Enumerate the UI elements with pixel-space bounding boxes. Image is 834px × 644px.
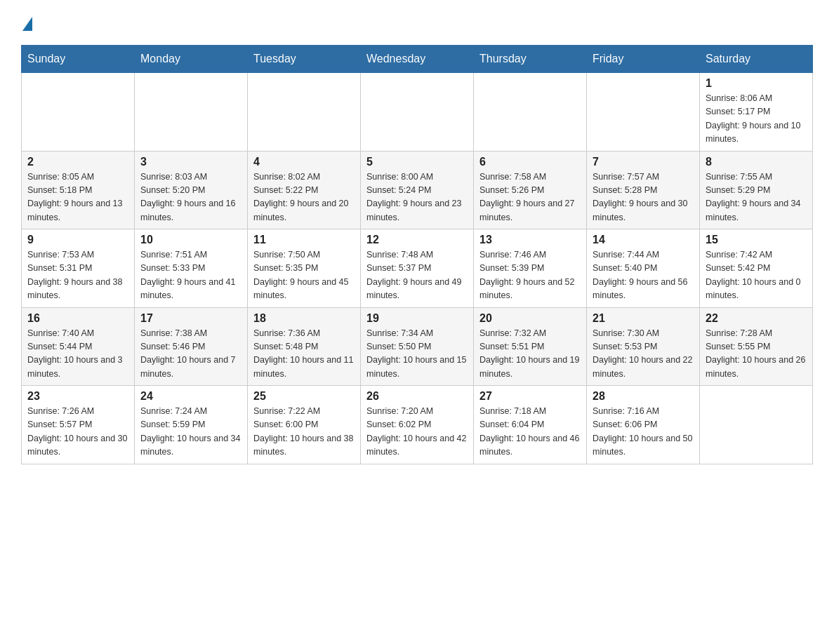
calendar-cell — [587, 73, 700, 152]
day-info: Sunrise: 7:42 AM Sunset: 5:42 PM Dayligh… — [706, 248, 807, 303]
day-number: 21 — [593, 312, 694, 325]
day-number: 27 — [479, 390, 581, 403]
day-info: Sunrise: 7:28 AM Sunset: 5:55 PM Dayligh… — [706, 327, 807, 382]
day-info: Sunrise: 7:30 AM Sunset: 5:53 PM Dayligh… — [593, 327, 694, 382]
calendar-cell: 8Sunrise: 7:55 AM Sunset: 5:29 PM Daylig… — [700, 151, 813, 229]
calendar-cell — [248, 73, 361, 152]
calendar-cell: 24Sunrise: 7:24 AM Sunset: 5:59 PM Dayli… — [135, 386, 248, 464]
day-number: 5 — [366, 156, 468, 168]
day-number: 18 — [253, 312, 355, 325]
day-number: 13 — [479, 234, 581, 246]
day-info: Sunrise: 7:51 AM Sunset: 5:33 PM Dayligh… — [140, 248, 241, 303]
calendar-cell: 1Sunrise: 8:06 AM Sunset: 5:17 PM Daylig… — [700, 73, 813, 152]
calendar-cell: 18Sunrise: 7:36 AM Sunset: 5:48 PM Dayli… — [248, 307, 361, 386]
calendar-cell: 20Sunrise: 7:32 AM Sunset: 5:51 PM Dayli… — [474, 307, 587, 386]
calendar-cell: 13Sunrise: 7:46 AM Sunset: 5:39 PM Dayli… — [474, 229, 587, 308]
day-number: 9 — [27, 234, 128, 246]
day-number: 3 — [140, 156, 241, 168]
day-info: Sunrise: 7:36 AM Sunset: 5:48 PM Dayligh… — [253, 327, 355, 382]
day-info: Sunrise: 7:32 AM Sunset: 5:51 PM Dayligh… — [479, 327, 581, 382]
calendar-cell — [474, 73, 587, 152]
day-info: Sunrise: 8:02 AM Sunset: 5:22 PM Dayligh… — [253, 170, 355, 225]
weekday-header-friday: Friday — [587, 46, 700, 73]
calendar-cell — [361, 73, 474, 152]
page-header — [21, 14, 813, 31]
calendar-cell: 7Sunrise: 7:57 AM Sunset: 5:28 PM Daylig… — [587, 151, 700, 229]
calendar-cell: 15Sunrise: 7:42 AM Sunset: 5:42 PM Dayli… — [700, 229, 813, 308]
calendar-cell: 6Sunrise: 7:58 AM Sunset: 5:26 PM Daylig… — [474, 151, 587, 229]
day-info: Sunrise: 7:22 AM Sunset: 6:00 PM Dayligh… — [253, 405, 355, 459]
weekday-header-monday: Monday — [135, 46, 248, 73]
calendar-table: SundayMondayTuesdayWednesdayThursdayFrid… — [21, 45, 813, 464]
calendar-cell: 3Sunrise: 8:03 AM Sunset: 5:20 PM Daylig… — [135, 151, 248, 229]
calendar-cell — [700, 386, 813, 464]
day-number: 26 — [366, 390, 468, 403]
calendar-cell: 25Sunrise: 7:22 AM Sunset: 6:00 PM Dayli… — [248, 386, 361, 464]
weekday-header-wednesday: Wednesday — [361, 46, 474, 73]
calendar-cell: 27Sunrise: 7:18 AM Sunset: 6:04 PM Dayli… — [474, 386, 587, 464]
calendar-cell: 23Sunrise: 7:26 AM Sunset: 5:57 PM Dayli… — [22, 386, 135, 464]
calendar-week-row: 2Sunrise: 8:05 AM Sunset: 5:18 PM Daylig… — [22, 151, 813, 229]
day-info: Sunrise: 8:05 AM Sunset: 5:18 PM Dayligh… — [27, 170, 128, 225]
logo-triangle-icon — [22, 17, 32, 31]
logo — [21, 14, 32, 31]
calendar-week-row: 23Sunrise: 7:26 AM Sunset: 5:57 PM Dayli… — [22, 386, 813, 464]
day-info: Sunrise: 7:38 AM Sunset: 5:46 PM Dayligh… — [140, 327, 241, 382]
day-number: 15 — [706, 234, 807, 246]
calendar-cell: 16Sunrise: 7:40 AM Sunset: 5:44 PM Dayli… — [22, 307, 135, 386]
day-info: Sunrise: 7:18 AM Sunset: 6:04 PM Dayligh… — [479, 405, 581, 459]
calendar-cell — [135, 73, 248, 152]
day-number: 1 — [706, 77, 807, 90]
calendar-cell: 17Sunrise: 7:38 AM Sunset: 5:46 PM Dayli… — [135, 307, 248, 386]
day-number: 7 — [593, 156, 694, 168]
day-number: 23 — [27, 390, 128, 403]
weekday-header-thursday: Thursday — [474, 46, 587, 73]
calendar-cell: 11Sunrise: 7:50 AM Sunset: 5:35 PM Dayli… — [248, 229, 361, 308]
weekday-header-saturday: Saturday — [700, 46, 813, 73]
day-info: Sunrise: 7:26 AM Sunset: 5:57 PM Dayligh… — [27, 405, 128, 459]
day-number: 24 — [140, 390, 241, 403]
day-number: 17 — [140, 312, 241, 325]
day-number: 2 — [27, 156, 128, 168]
calendar-week-row: 16Sunrise: 7:40 AM Sunset: 5:44 PM Dayli… — [22, 307, 813, 386]
day-number: 10 — [140, 234, 241, 246]
calendar-cell: 21Sunrise: 7:30 AM Sunset: 5:53 PM Dayli… — [587, 307, 700, 386]
calendar-cell: 14Sunrise: 7:44 AM Sunset: 5:40 PM Dayli… — [587, 229, 700, 308]
day-number: 14 — [593, 234, 694, 246]
day-info: Sunrise: 8:06 AM Sunset: 5:17 PM Dayligh… — [706, 92, 807, 147]
weekday-header-row: SundayMondayTuesdayWednesdayThursdayFrid… — [22, 46, 813, 73]
day-info: Sunrise: 7:48 AM Sunset: 5:37 PM Dayligh… — [366, 248, 468, 303]
weekday-header-sunday: Sunday — [22, 46, 135, 73]
day-info: Sunrise: 7:20 AM Sunset: 6:02 PM Dayligh… — [366, 405, 468, 459]
calendar-cell: 26Sunrise: 7:20 AM Sunset: 6:02 PM Dayli… — [361, 386, 474, 464]
day-info: Sunrise: 7:55 AM Sunset: 5:29 PM Dayligh… — [706, 170, 807, 225]
calendar-cell: 4Sunrise: 8:02 AM Sunset: 5:22 PM Daylig… — [248, 151, 361, 229]
calendar-cell: 2Sunrise: 8:05 AM Sunset: 5:18 PM Daylig… — [22, 151, 135, 229]
day-number: 11 — [253, 234, 355, 246]
calendar-cell: 19Sunrise: 7:34 AM Sunset: 5:50 PM Dayli… — [361, 307, 474, 386]
day-number: 19 — [366, 312, 468, 325]
calendar-cell: 9Sunrise: 7:53 AM Sunset: 5:31 PM Daylig… — [22, 229, 135, 308]
day-info: Sunrise: 7:53 AM Sunset: 5:31 PM Dayligh… — [27, 248, 128, 303]
weekday-header-tuesday: Tuesday — [248, 46, 361, 73]
day-number: 4 — [253, 156, 355, 168]
day-info: Sunrise: 7:16 AM Sunset: 6:06 PM Dayligh… — [593, 405, 694, 459]
calendar-cell — [22, 73, 135, 152]
day-number: 20 — [479, 312, 581, 325]
day-number: 12 — [366, 234, 468, 246]
day-info: Sunrise: 7:24 AM Sunset: 5:59 PM Dayligh… — [140, 405, 241, 459]
day-info: Sunrise: 7:44 AM Sunset: 5:40 PM Dayligh… — [593, 248, 694, 303]
calendar-week-row: 9Sunrise: 7:53 AM Sunset: 5:31 PM Daylig… — [22, 229, 813, 308]
day-info: Sunrise: 7:40 AM Sunset: 5:44 PM Dayligh… — [27, 327, 128, 382]
day-info: Sunrise: 8:00 AM Sunset: 5:24 PM Dayligh… — [366, 170, 468, 225]
calendar-cell: 5Sunrise: 8:00 AM Sunset: 5:24 PM Daylig… — [361, 151, 474, 229]
day-number: 6 — [479, 156, 581, 168]
day-info: Sunrise: 7:46 AM Sunset: 5:39 PM Dayligh… — [479, 248, 581, 303]
calendar-cell: 28Sunrise: 7:16 AM Sunset: 6:06 PM Dayli… — [587, 386, 700, 464]
day-info: Sunrise: 7:57 AM Sunset: 5:28 PM Dayligh… — [593, 170, 694, 225]
day-number: 25 — [253, 390, 355, 403]
day-info: Sunrise: 7:50 AM Sunset: 5:35 PM Dayligh… — [253, 248, 355, 303]
day-info: Sunrise: 7:34 AM Sunset: 5:50 PM Dayligh… — [366, 327, 468, 382]
calendar-cell: 10Sunrise: 7:51 AM Sunset: 5:33 PM Dayli… — [135, 229, 248, 308]
day-number: 8 — [706, 156, 807, 168]
